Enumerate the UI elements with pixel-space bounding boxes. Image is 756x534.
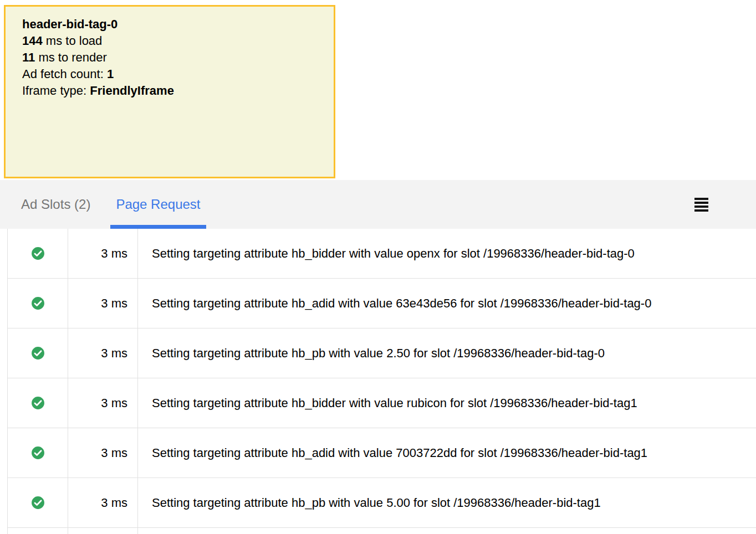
slot-title: header-bid-tag-0 [22, 16, 317, 33]
time-cell: 3 ms [68, 279, 138, 328]
status-cell [8, 428, 68, 477]
status-cell [8, 478, 68, 527]
message-cell: Setting targeting attribute hb_pb with v… [138, 478, 756, 527]
active-tab-underline [110, 225, 206, 229]
log-row: 3 ms Setting targeting attribute hb_pb w… [8, 328, 756, 378]
slot-info-box: header-bid-tag-0 144 ms to load 11 ms to… [4, 5, 335, 178]
success-check-icon [31, 346, 45, 360]
message-cell: Setting targeting attribute hb_bidder wi… [138, 378, 756, 428]
success-check-icon [31, 296, 45, 310]
status-cell [8, 378, 68, 428]
status-cell [8, 279, 68, 328]
list-menu-icon[interactable] [694, 198, 708, 212]
status-cell [8, 229, 68, 278]
time-cell: 3 ms [68, 378, 138, 428]
log-row: 3 ms Setting targeting attribute hb_adid… [8, 428, 756, 478]
tab-bar: Ad Slots (2) Page Request [0, 180, 756, 229]
message-cell: Setting targeting attribute hb_adid with… [138, 428, 756, 477]
success-check-icon [31, 396, 45, 410]
success-check-icon [31, 247, 45, 260]
time-cell: 3 ms [68, 328, 138, 378]
log-row: 3 ms Setting targeting attribute hb_adid… [8, 279, 756, 328]
message-cell [138, 528, 756, 534]
status-cell [8, 528, 68, 534]
slot-render-time: 11 ms to render [22, 49, 317, 66]
slot-load-time: 144 ms to load [22, 33, 317, 49]
log-row: 3 ms Setting targeting attribute hb_pb w… [8, 478, 756, 528]
time-cell: 3 ms [68, 478, 138, 527]
log-row-partial [8, 528, 756, 534]
tab-page-request-label: Page Request [116, 197, 200, 212]
tab-page-request[interactable]: Page Request [110, 180, 206, 229]
log-row: 3 ms Setting targeting attribute hb_bidd… [8, 229, 756, 279]
success-check-icon [31, 496, 45, 510]
message-cell: Setting targeting attribute hb_pb with v… [138, 328, 756, 378]
slot-fetch-count: Ad fetch count: 1 [22, 66, 317, 83]
message-cell: Setting targeting attribute hb_adid with… [138, 279, 756, 328]
status-cell [8, 328, 68, 378]
tab-ad-slots-label: Ad Slots (2) [21, 197, 90, 212]
log-row: 3 ms Setting targeting attribute hb_bidd… [8, 378, 756, 428]
message-cell: Setting targeting attribute hb_bidder wi… [138, 229, 756, 278]
slot-iframe-type: Iframe type: FriendlyIframe [22, 83, 317, 99]
time-cell: 3 ms [68, 428, 138, 477]
log-table: 3 ms Setting targeting attribute hb_bidd… [7, 229, 756, 534]
success-check-icon [31, 446, 45, 460]
time-cell [68, 528, 138, 534]
time-cell: 3 ms [68, 229, 138, 278]
tab-ad-slots[interactable]: Ad Slots (2) [16, 180, 96, 229]
